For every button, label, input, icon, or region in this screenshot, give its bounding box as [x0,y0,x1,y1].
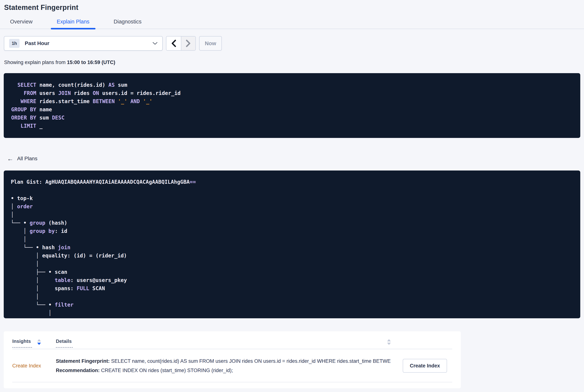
details-header-label[interactable]: Details [56,338,73,348]
plan-gist-box: Plan Gist: AgHUAQIABQAAAAHYAQIAiAEAAAADC… [4,170,580,318]
time-step-buttons [166,36,196,51]
tab-diagnostics[interactable]: Diagnostics [108,14,148,29]
time-range-selector[interactable]: 1h Past Hour [4,36,163,51]
create-index-link[interactable]: Create Index [12,363,56,369]
chevron-down-icon [153,42,157,45]
all-plans-label: All Plans [17,156,37,162]
sort-desc-arrow [37,343,41,345]
chevron-right-icon [186,40,191,47]
details-sort-icon[interactable] [387,339,391,345]
range-text-prefix: Showing explain plans from [4,60,67,65]
insight-details-cell: Statement Fingerprint: SELECT name, coun… [56,356,391,375]
insights-column-header: Insights [12,338,56,348]
insights-sort-icon[interactable] [37,339,41,345]
recommendation-line: Recommendation: CREATE INDEX ON rides (s… [56,366,391,375]
details-column-header: Details [56,338,391,348]
left-arrow-icon: ← [7,156,13,161]
sort-desc-arrow [387,343,391,345]
action-cell: Create Index [391,359,452,373]
tab-explain-plans[interactable]: Explain Plans [51,14,95,29]
next-interval-button[interactable] [181,36,195,50]
all-plans-back-link[interactable]: ← All Plans [7,156,37,162]
insights-table-card: Insights Details Create Index Statement … [4,331,461,388]
chevron-left-icon [171,40,176,47]
sort-asc-arrow [387,339,391,341]
insights-header-label[interactable]: Insights [12,338,32,348]
statement-fingerprint-value: SELECT name, count(rides.id) AS sum FROM… [110,358,391,364]
tab-overview[interactable]: Overview [4,14,38,29]
showing-plans-range-text: Showing explain plans from 15:00 to 16:5… [4,60,115,65]
range-text-value: 15:00 to 16:59 (UTC) [67,60,115,65]
time-range-label: Past Hour [25,40,153,46]
page-title: Statement Fingerprint [4,4,78,12]
statement-fingerprint-line: Statement Fingerprint: SELECT name, coun… [56,356,391,366]
now-button[interactable]: Now [199,36,222,51]
insights-table-header: Insights Details [12,331,452,349]
time-range-badge: 1h [9,39,19,48]
recommendation-label: Recommendation: [56,368,100,373]
table-row: Create Index Statement Fingerprint: SELE… [12,350,452,382]
tab-bar: Overview Explain Plans Diagnostics [0,14,584,29]
plan-gist-code: Plan Gist: AgHUAQIABQAAAAHYAQIAiAEAAAADC… [11,178,573,317]
sort-asc-arrow [37,339,41,341]
previous-interval-button[interactable] [166,36,181,50]
statement-sql-code: SELECT name, count(rides.id) AS sum FROM… [11,81,573,130]
time-controls: 1h Past Hour Now [4,36,222,51]
statement-fingerprint-label: Statement Fingerprint: [56,358,110,364]
recommendation-value: CREATE INDEX ON rides (start_time) STORI… [100,368,233,373]
create-index-button[interactable]: Create Index [403,359,447,373]
statement-sql-box: SELECT name, count(rides.id) AS sum FROM… [4,73,580,138]
